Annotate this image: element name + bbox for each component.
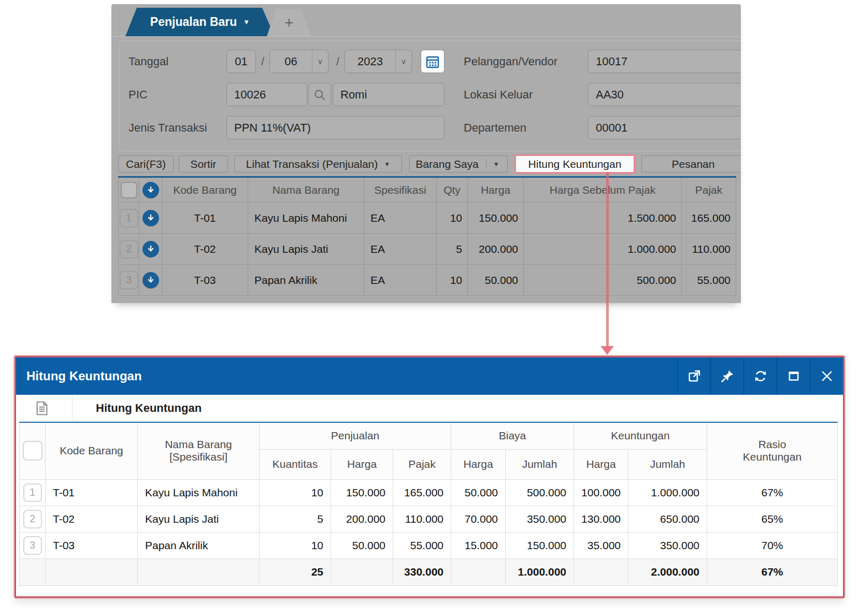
grid-cell[interactable]: 165.000 xyxy=(682,203,736,234)
profit-cell: T-03 xyxy=(46,532,138,558)
grid-cell[interactable]: 10 xyxy=(437,203,468,234)
grid-cell[interactable]: T-01 xyxy=(162,203,248,234)
grid-cell[interactable]: EA xyxy=(364,234,437,265)
row-number[interactable]: 3 xyxy=(120,271,138,290)
pesanan-button[interactable]: Pesanan xyxy=(641,155,741,173)
profit-column-header: Jumlah xyxy=(628,449,707,479)
profit-cell: 50.000 xyxy=(331,532,393,558)
row-icon-cell xyxy=(139,234,162,265)
grid-cell[interactable]: 5 xyxy=(437,234,468,265)
grid-cell[interactable]: 150.000 xyxy=(468,203,524,234)
jenis-input[interactable]: PPN 11%(VAT) xyxy=(226,116,445,139)
profit-cell: 10 xyxy=(260,532,331,558)
grid-cell[interactable]: EA xyxy=(364,203,437,234)
profit-cell: 110.000 xyxy=(393,506,451,532)
date-year-select[interactable]: 2023 ∨ xyxy=(345,50,412,73)
grid-column-header: Qty xyxy=(437,177,468,203)
pelanggan-input[interactable]: 10017 xyxy=(588,50,741,73)
grid-cell[interactable]: Kayu Lapis Jati xyxy=(248,234,364,265)
grid-column-header: Harga xyxy=(468,177,524,203)
departemen-input[interactable]: 00001 xyxy=(588,116,741,139)
grid-cell[interactable]: 50.000 xyxy=(468,265,524,296)
grid-cell[interactable]: T-03 xyxy=(162,265,248,296)
row-number-cell: 1 xyxy=(119,203,139,234)
hitung-keuntungan-modal: Hitung Keuntungan xyxy=(15,356,844,598)
grid-row: 2T-02Kayu Lapis JatiEA5200.0001.000.0001… xyxy=(119,234,736,265)
totals-cell xyxy=(451,558,506,585)
profit-cell: 55.000 xyxy=(393,532,451,558)
select-all-cell xyxy=(119,177,139,203)
grid-cell[interactable]: Kayu Lapis Mahoni xyxy=(248,203,364,234)
grid-cell[interactable]: EA xyxy=(364,265,437,296)
refresh-button[interactable] xyxy=(743,357,777,395)
profit-cell: 200.000 xyxy=(331,506,393,532)
close-button[interactable] xyxy=(810,357,843,395)
refresh-icon xyxy=(753,369,768,383)
row-icon-cell xyxy=(139,265,162,296)
hitung-keuntungan-button[interactable]: Hitung Keuntungan xyxy=(514,154,635,174)
select-all-checkbox[interactable] xyxy=(121,182,137,198)
pic-code-input[interactable]: 10026 xyxy=(226,83,307,106)
profit-cell: 50.000 xyxy=(451,479,506,506)
calendar-button[interactable] xyxy=(421,50,445,73)
grid-cell[interactable]: 55.000 xyxy=(682,265,736,296)
profit-column-header: Harga xyxy=(574,449,628,479)
date-separator: / xyxy=(258,50,267,73)
cari-button[interactable]: Cari(F3) xyxy=(118,155,174,173)
grid-cell[interactable]: 10 xyxy=(437,265,468,296)
date-month-select[interactable]: 06 ∨ xyxy=(269,50,328,73)
grid-cell[interactable]: 200.000 xyxy=(468,234,524,265)
caret-down-icon: ▼ xyxy=(243,19,250,25)
lihat-transaksi-button[interactable]: Lihat Transaksi (Penjualan) ▼ xyxy=(234,155,402,173)
pic-name-input[interactable]: Romi xyxy=(333,83,445,106)
barang-saya-label: Barang Saya xyxy=(416,158,478,170)
select-all-checkbox[interactable] xyxy=(23,441,42,461)
profit-cell: 10 xyxy=(260,479,331,506)
profit-column-header: Harga xyxy=(331,449,393,479)
pointer-arrowhead-icon xyxy=(600,346,614,355)
totals-cell: 330.000 xyxy=(393,558,451,585)
grid-cell[interactable]: 1.000.000 xyxy=(524,234,682,265)
date-separator: / xyxy=(333,50,342,73)
arrow-down-circle-icon[interactable] xyxy=(142,272,159,289)
grid-cell[interactable]: T-02 xyxy=(162,234,248,265)
window-controls xyxy=(677,357,843,395)
modal-title: Hitung Keuntungan xyxy=(16,369,142,383)
grid-column-header: Spesifikasi xyxy=(364,177,437,203)
grid-cell[interactable]: Papan Akrilik xyxy=(248,265,364,296)
tab-penjualan-baru[interactable]: Penjualan Baru ▼ xyxy=(125,8,275,36)
open-in-new-window-button[interactable] xyxy=(677,357,710,395)
maximize-button[interactable] xyxy=(777,357,810,395)
row-number-cell: 2 xyxy=(20,506,46,532)
totals-cell xyxy=(138,558,260,585)
arrow-down-circle-icon[interactable] xyxy=(142,241,159,257)
arrow-down-circle-icon[interactable] xyxy=(142,182,159,198)
arrow-down-circle-icon[interactable] xyxy=(142,210,159,226)
chevron-down-icon: ∨ xyxy=(312,50,328,73)
grid-cell[interactable]: 110.000 xyxy=(682,234,736,265)
profit-group-header: Keuntungan xyxy=(574,422,707,449)
barang-saya-button[interactable]: Barang Saya ▼ xyxy=(409,155,508,173)
tab-bar: Penjualan Baru ▼ + xyxy=(111,4,741,37)
profit-cell: 130.000 xyxy=(574,506,628,532)
grid-cell[interactable]: 500.000 xyxy=(524,265,682,296)
row-number[interactable]: 2 xyxy=(120,240,138,259)
open-in-new-window-icon xyxy=(687,369,701,383)
profit-column-header: Nama Barang[Spesifikasi] xyxy=(138,422,260,479)
profit-cell: 500.000 xyxy=(506,479,574,506)
pic-search-button[interactable] xyxy=(308,83,331,106)
row-number[interactable]: 1 xyxy=(120,209,138,227)
sales-form-panel: Penjualan Baru ▼ + Tanggal 01 / 06 ∨ / 2… xyxy=(111,4,741,303)
select-all-cell xyxy=(20,422,46,479)
profit-cell: 350.000 xyxy=(506,506,574,532)
caret-down-icon: ▼ xyxy=(384,161,390,168)
sortir-button[interactable]: Sortir xyxy=(179,155,228,173)
add-tab-button[interactable]: + xyxy=(267,9,311,36)
grid-cell[interactable]: 1.500.000 xyxy=(524,203,682,234)
profit-cell: Papan Akrilik xyxy=(138,532,260,558)
pointer-arrow-line xyxy=(606,172,609,347)
lokasi-input[interactable]: AA30 xyxy=(588,83,741,106)
lokasi-label: Lokasi Keluar xyxy=(464,83,533,106)
date-day-input[interactable]: 01 xyxy=(226,50,256,73)
pin-button[interactable] xyxy=(710,357,743,395)
